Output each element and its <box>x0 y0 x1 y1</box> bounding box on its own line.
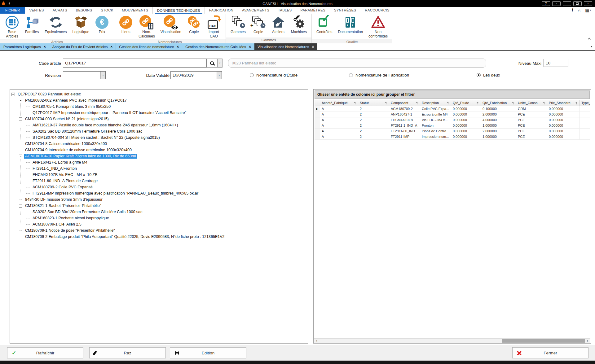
radio-nomenclature-d-etude[interactable]: Nomenclature d'Étude <box>250 71 298 79</box>
filter-icon[interactable] <box>354 102 356 104</box>
tree-item[interactable]: ACM180709-2 Colle PVC Expansé <box>10 184 308 190</box>
filter-icon[interactable] <box>543 102 545 104</box>
scroll-left-arrow-icon[interactable]: ◄ <box>314 339 319 343</box>
tree-item[interactable]: ACM180709-1 Clé Allen 2,5 <box>10 221 308 227</box>
ribbon-button-copie[interactable]: Copie <box>184 14 204 39</box>
tab-close-icon[interactable]: × <box>249 45 251 49</box>
tree-item[interactable]: CM180821-1 Sachet "Présentoir Philathéli… <box>10 203 308 209</box>
niveau-maxi-input[interactable] <box>544 59 568 67</box>
scroll-right-arrow-icon[interactable]: ► <box>585 339 590 343</box>
grid-column-header-type-v[interactable]: Type_V <box>580 100 590 106</box>
rafraichir-button[interactable]: ✓Rafraîchir <box>7 347 83 358</box>
tab-parametres-logistiques[interactable]: Paramètres Logistiques× <box>0 43 49 50</box>
radio-nomenclature-de-fabrication[interactable]: Nomenclature de Fabrication <box>349 71 409 79</box>
close-button[interactable]: × <box>584 1 592 6</box>
tree-item[interactable]: SA0202 Sac BD 80x120mm Fermeture Glissiè… <box>10 128 308 134</box>
tree-item[interactable]: CM180704-003 Sachet N° 21 (eletec signa2… <box>10 116 308 122</box>
menu-item-raccourcis[interactable]: RACCOURCIS <box>360 7 394 14</box>
filter-icon[interactable] <box>512 102 514 104</box>
filter-icon[interactable] <box>416 102 418 104</box>
tab-analyse-du-prix-de-revient-articles[interactable]: Analyse du Prix de Revient Articles× <box>49 43 116 50</box>
revision-combo[interactable]: ▾ <box>63 71 106 79</box>
tree-item[interactable]: CM180704-9 Intercalaire de caisse améric… <box>10 147 308 153</box>
tree-expander-icon[interactable] <box>19 117 22 121</box>
fermer-button[interactable]: Fermer <box>512 347 588 358</box>
tree-item[interactable]: 8484-30 DF mousse 30mm 3mm d'épaisseur <box>10 196 308 203</box>
ribbon-button-machines[interactable]: Machines <box>288 14 310 37</box>
tree-item[interactable]: ACM180704-10 Papier Kraft 72gren laize d… <box>10 153 308 159</box>
ribbon-button-nom-calculees[interactable]: Nom. Calculées <box>136 14 158 39</box>
tree-expander-icon[interactable] <box>11 93 15 96</box>
scroll-thumb[interactable] <box>502 339 585 343</box>
help-button[interactable]: ? <box>542 1 550 6</box>
grid-row[interactable]: A2FT2911-IMPImpression num...0.0000001.0… <box>315 134 590 140</box>
ribbon-button-equivalences[interactable]: Equivalences <box>42 14 69 39</box>
radio-les-deux[interactable]: Les deux <box>477 71 500 79</box>
filter-icon[interactable] <box>575 102 578 104</box>
grid-column-header-prix-standard[interactable]: Prix_Standard <box>547 100 580 106</box>
grid-horizontal-scrollbar[interactable]: ◄ ► <box>314 338 590 343</box>
date-validite-combo[interactable]: 10/04/2019 ▾ <box>170 71 222 79</box>
quick-access-caret-icon[interactable]: ▾ <box>9 2 10 5</box>
grid-column-header-unite-conso[interactable]: Unité_Conso <box>516 100 547 106</box>
tree-item[interactable]: APM160323-1 Pochette alcool Isopropyliqu… <box>10 215 308 221</box>
tree-item[interactable]: CM180705-1 Komaprint blanc 3 mm 650x250 <box>10 103 308 110</box>
edition-button[interactable]: Edition <box>170 347 246 358</box>
restore-button[interactable] <box>573 1 582 6</box>
tree-item[interactable]: SA0202 Sac BD 80x120mm Fermeture Glissiè… <box>10 209 308 215</box>
tree-item[interactable]: PM180802-002 Panneau PVC avec impression… <box>10 97 308 103</box>
grid-column-header-qte-fabrication[interactable]: Qté_Fabrication <box>481 100 516 106</box>
ribbon-button-ateliers[interactable]: Ateliers <box>268 14 288 37</box>
menu-item-avancements[interactable]: AVANCEMENTS <box>238 7 274 14</box>
menu-item-fabrication[interactable]: FABRICATION <box>205 7 238 14</box>
menu-item-besoins[interactable]: BESOINS <box>72 7 97 14</box>
search-dropdown-button[interactable]: ▾ <box>217 59 223 68</box>
tree-item[interactable]: STCM180704-004 ST Mise en sachet : Sache… <box>10 134 308 141</box>
tree-item[interactable]: FT2911-60_IND_A Pions de Centrage <box>10 178 308 184</box>
ribbon-button-base-articles[interactable]: Base Articles <box>2 14 22 39</box>
tree-item[interactable]: Q17PO017-IMP Impression numérique pour :… <box>10 110 308 116</box>
tab-close-icon[interactable]: × <box>312 45 314 49</box>
info-icon[interactable]: i <box>572 8 573 13</box>
ribbon-button-copie[interactable]: +Copie <box>249 14 268 37</box>
ribbon-button-gammes[interactable]: Gammes <box>228 14 249 37</box>
ribbon-button-logistique[interactable]: Logistique <box>69 14 92 39</box>
tree-item[interactable]: CM180709-1 Notice de pose "Présentoir Ph… <box>10 227 308 234</box>
menu-item-tables[interactable]: TABLES <box>274 7 296 14</box>
tab-gestion-des-liens-de-nomenclature[interactable]: Gestion des liens de nomenclature× <box>116 43 182 50</box>
grid-row[interactable]: A2ANP160427-1Ecrou à griffe M40.0000002.… <box>315 112 590 117</box>
code-article-input[interactable] <box>63 59 207 68</box>
ribbon-button-non-conformites[interactable]: Non conformités <box>366 14 390 39</box>
tab-close-icon[interactable]: × <box>177 45 179 49</box>
grid-row[interactable]: A2FT2911-60_IND...Pions de Centra...0.00… <box>315 129 590 134</box>
ribbon-button-prix[interactable]: €Prix <box>92 14 112 39</box>
ribbon-button-controles[interactable]: ✓Contrôles <box>314 14 335 39</box>
grid-column-header-statut[interactable]: Statut <box>358 100 389 106</box>
tab-close-icon[interactable]: × <box>44 45 46 49</box>
ribbon-button-visualisation[interactable]: Visualisation <box>158 14 184 39</box>
filter-icon[interactable] <box>385 102 387 104</box>
tree-item[interactable]: FT2911-1_IND_A Fronton <box>10 165 308 172</box>
grid-row[interactable]: ▶A2ACM180709-2Colle PVC Expa...0.0000000… <box>315 106 590 112</box>
filter-icon[interactable] <box>447 102 449 104</box>
ribbon-button-documentation[interactable]: Documentation <box>335 14 366 39</box>
tab-overflow-button[interactable]: ▼ <box>590 45 593 48</box>
menu-item-donnees-techniques[interactable]: DONNÉES TECHNIQUES <box>152 7 205 14</box>
grid-column-header-achete-fabrique[interactable]: Acheté_Fabriqué <box>320 100 358 106</box>
ribbon-collapse-button[interactable] <box>588 38 590 40</box>
grid-row[interactable]: A2FT2911-1_IND_AFronton0.0000001.000000P… <box>315 123 590 129</box>
chevron-down-icon[interactable]: ▾ <box>217 72 222 79</box>
tree-expander-icon[interactable] <box>19 204 22 208</box>
tree-item[interactable]: CM180709-2 Emballage produit "Phila Auto… <box>10 234 308 240</box>
pin-button[interactable]: ↑ <box>552 1 561 6</box>
grid-group-panel[interactable]: Glisser une entête de colonne ici pour g… <box>315 90 590 99</box>
grid-column-header-description[interactable]: Description <box>420 100 451 106</box>
tree-item[interactable]: CM180704-8 Caisse américaine 1000x320x40… <box>10 141 308 147</box>
menu-item-stock[interactable]: STOCK <box>96 7 117 14</box>
ribbon-button-import-cao[interactable]: CAOImport CAO <box>204 14 224 39</box>
grid-column-header-qte-etude[interactable]: Qté_Etude <box>451 100 481 106</box>
tree-item[interactable]: AMR16219-37 Pastille double face mousse … <box>10 122 308 128</box>
ribbon-button-liens[interactable]: Liens <box>116 14 136 39</box>
grid-column-header-composant[interactable]: Composant <box>389 100 420 106</box>
menu-item-mouvements[interactable]: MOUVEMENTS <box>118 7 152 14</box>
